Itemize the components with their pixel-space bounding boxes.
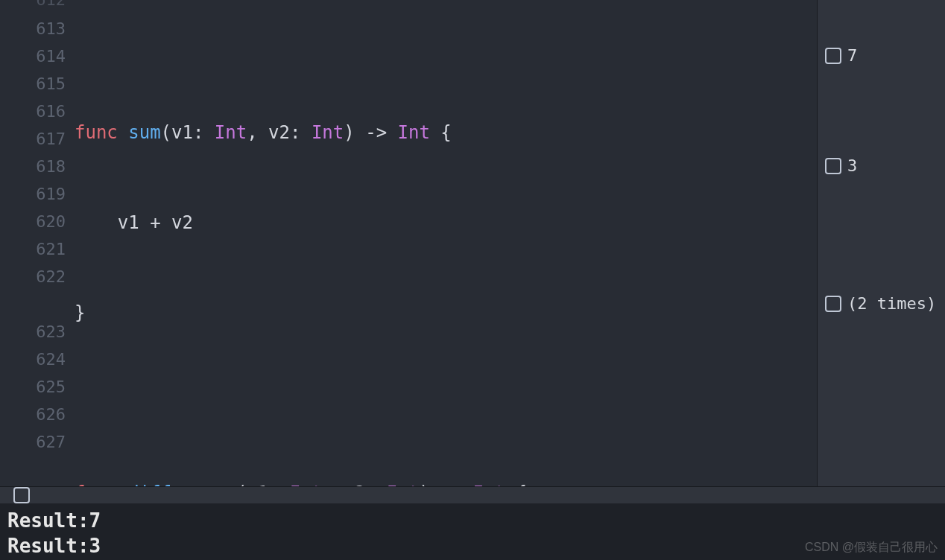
code-line: func difference(v1: Int, v2: Int) -> Int… bbox=[75, 480, 817, 486]
results-sidebar: 7 3 (2 times) bbox=[817, 0, 945, 486]
line-number: 625 bbox=[0, 373, 66, 401]
console-toolbar bbox=[0, 486, 945, 503]
quicklook-icon[interactable] bbox=[825, 296, 841, 312]
code-line: } bbox=[75, 299, 817, 327]
line-number: 627 bbox=[0, 428, 66, 456]
result-item[interactable]: 3 bbox=[825, 152, 857, 179]
line-number: 621 bbox=[0, 235, 66, 263]
console-line: Result:3 bbox=[7, 533, 938, 559]
result-item[interactable]: 7 bbox=[825, 42, 857, 69]
result-value: (2 times) bbox=[847, 294, 936, 313]
line-number: 617 bbox=[0, 125, 66, 153]
watermark: CSDN @假装自己很用心 bbox=[805, 540, 938, 556]
code-line: v1 + v2 bbox=[75, 209, 817, 237]
editor-area: 612 613 614 615 616 617 618 619 620 621 … bbox=[0, 0, 945, 486]
line-number: 624 bbox=[0, 346, 66, 373]
quicklook-icon[interactable] bbox=[825, 158, 841, 174]
line-number: 620 bbox=[0, 208, 66, 235]
result-value: 7 bbox=[847, 46, 857, 65]
code-line: func sum(v1: Int, v2: Int) -> Int { bbox=[75, 119, 817, 147]
line-number: 612 bbox=[0, 0, 66, 15]
code-text-area[interactable]: func sum(v1: Int, v2: Int) -> Int { v1 +… bbox=[75, 0, 817, 486]
line-number: 623 bbox=[0, 318, 66, 346]
line-number-gutter: 612 613 614 615 616 617 618 619 620 621 … bbox=[0, 0, 75, 486]
result-value: 3 bbox=[847, 156, 857, 175]
console-output[interactable]: Result:7 Result:3 bbox=[0, 503, 945, 560]
line-number: 619 bbox=[0, 180, 66, 208]
quicklook-icon[interactable] bbox=[825, 48, 841, 64]
line-number: 613 bbox=[0, 15, 66, 42]
line-number: 622 bbox=[0, 263, 66, 318]
code-line bbox=[75, 389, 817, 417]
line-number: 626 bbox=[0, 401, 66, 428]
code-pane: 612 613 614 615 616 617 618 619 620 621 … bbox=[0, 0, 817, 486]
line-number: 616 bbox=[0, 98, 66, 125]
line-number: 615 bbox=[0, 70, 66, 98]
line-number: 618 bbox=[0, 153, 66, 180]
line-number: 614 bbox=[0, 42, 66, 70]
result-item[interactable]: (2 times) bbox=[825, 290, 936, 317]
console-line: Result:7 bbox=[7, 508, 938, 533]
toggle-console-icon[interactable] bbox=[13, 487, 30, 503]
